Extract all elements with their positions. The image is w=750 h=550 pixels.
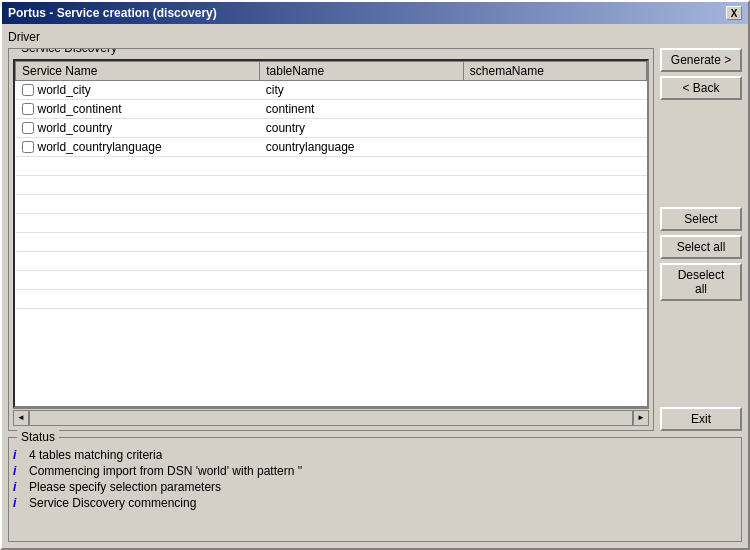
scroll-right-arrow[interactable]: ► (633, 410, 649, 426)
service-discovery-group: Service Discovery Service Name tableName… (8, 48, 654, 431)
horizontal-scrollbar[interactable]: ◄ ► (13, 408, 649, 426)
window-content: Driver Service Discovery Service Name ta… (2, 24, 748, 548)
table-row-empty (16, 271, 647, 290)
back-button[interactable]: < Back (660, 76, 742, 100)
service-name-text: world_continent (38, 102, 122, 116)
service-name-text: world_countrylanguage (38, 140, 162, 154)
table-row-empty (16, 214, 647, 233)
status-group: Status i4 tables matching criteriaiComme… (8, 437, 742, 542)
col-table-name: tableName (260, 62, 464, 81)
status-message: Service Discovery commencing (29, 496, 196, 510)
schema-name-cell (463, 119, 646, 138)
service-name-cell: world_countrylanguage (16, 138, 260, 157)
button-panel: Generate > < Back Select Select all Dese… (660, 48, 742, 431)
select-button[interactable]: Select (660, 207, 742, 231)
status-message: Please specify selection parameters (29, 480, 221, 494)
table-row: world_citycity (16, 81, 647, 100)
table-body: world_citycityworld_continentcontinentwo… (16, 81, 647, 309)
status-line: i4 tables matching criteria (13, 448, 737, 462)
status-message: Commencing import from DSN 'world' with … (29, 464, 302, 478)
table-row-empty (16, 195, 647, 214)
table-row: world_countrylanguagecountrylanguage (16, 138, 647, 157)
table-name-cell: countrylanguage (260, 138, 464, 157)
status-legend: Status (17, 430, 59, 444)
main-area: Service Discovery Service Name tableName… (8, 48, 742, 431)
main-window: Portus - Service creation (discovery) X … (0, 0, 750, 550)
service-table-container[interactable]: Service Name tableName schemaName world_… (13, 59, 649, 408)
col-service-name: Service Name (16, 62, 260, 81)
generate-button[interactable]: Generate > (660, 48, 742, 72)
title-bar: Portus - Service creation (discovery) X (2, 2, 748, 24)
info-icon: i (13, 480, 25, 494)
spacer (660, 104, 742, 203)
service-discovery-legend: Service Discovery (17, 48, 121, 55)
spacer2 (660, 305, 742, 404)
deselect-all-button[interactable]: Deselect all (660, 263, 742, 301)
table-row: world_continentcontinent (16, 100, 647, 119)
info-icon: i (13, 448, 25, 462)
table-row-empty (16, 290, 647, 309)
table-row-empty (16, 157, 647, 176)
info-icon: i (13, 496, 25, 510)
table-row-empty (16, 252, 647, 271)
service-name-text: world_city (38, 83, 91, 97)
status-line: iCommencing import from DSN 'world' with… (13, 464, 737, 478)
schema-name-cell (463, 81, 646, 100)
row-checkbox[interactable] (22, 103, 34, 115)
service-name-text: world_country (38, 121, 113, 135)
table-name-cell: city (260, 81, 464, 100)
exit-button[interactable]: Exit (660, 407, 742, 431)
table-row-empty (16, 176, 647, 195)
status-content: i4 tables matching criteriaiCommencing i… (13, 448, 737, 528)
table-row-empty (16, 233, 647, 252)
schema-name-cell (463, 138, 646, 157)
close-button[interactable]: X (726, 6, 742, 20)
row-checkbox[interactable] (22, 141, 34, 153)
table-header-row: Service Name tableName schemaName (16, 62, 647, 81)
service-name-cell: world_city (16, 81, 260, 100)
scroll-left-arrow[interactable]: ◄ (13, 410, 29, 426)
service-table: Service Name tableName schemaName world_… (15, 61, 647, 309)
service-name-cell: world_country (16, 119, 260, 138)
status-line: iPlease specify selection parameters (13, 480, 737, 494)
table-row: world_countrycountry (16, 119, 647, 138)
status-message: 4 tables matching criteria (29, 448, 162, 462)
table-name-cell: country (260, 119, 464, 138)
status-line: iService Discovery commencing (13, 496, 737, 510)
row-checkbox[interactable] (22, 122, 34, 134)
window-title: Portus - Service creation (discovery) (8, 6, 217, 20)
select-all-button[interactable]: Select all (660, 235, 742, 259)
col-schema-name: schemaName (463, 62, 646, 81)
info-icon: i (13, 464, 25, 478)
row-checkbox[interactable] (22, 84, 34, 96)
schema-name-cell (463, 100, 646, 119)
service-name-cell: world_continent (16, 100, 260, 119)
table-name-cell: continent (260, 100, 464, 119)
driver-label: Driver (8, 30, 742, 44)
scroll-track[interactable] (29, 410, 633, 426)
